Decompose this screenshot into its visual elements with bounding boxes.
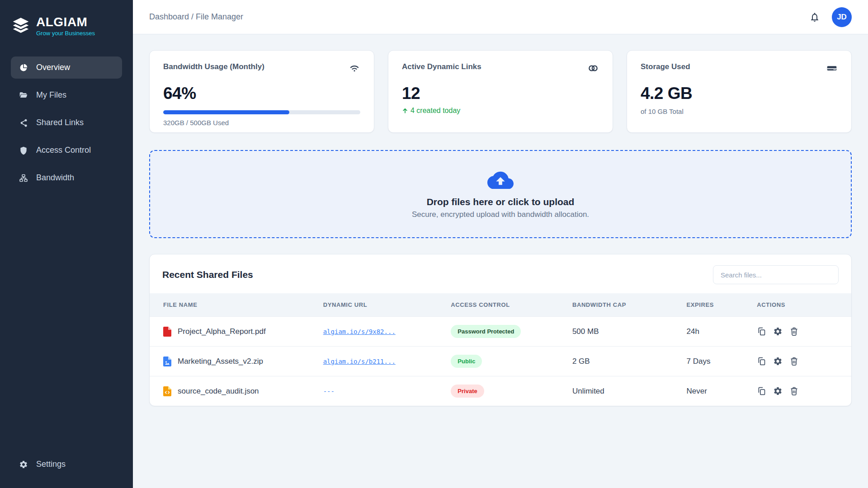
zip-file-icon	[163, 357, 171, 366]
storage-icon	[826, 62, 838, 74]
breadcrumb: Dashboard / File Manager	[149, 12, 243, 22]
stat-head: Bandwidth Usage (Monthly)	[163, 62, 360, 74]
stat-value: 4.2 GB	[641, 84, 838, 103]
column-expires: Expires	[686, 293, 757, 317]
sidebar-footer: Settings	[0, 453, 133, 475]
gear-icon	[19, 460, 28, 469]
file-cell: Marketing_Assets_v2.zip	[163, 357, 323, 366]
copy-link-button[interactable]	[757, 386, 766, 396]
folder-icon	[19, 91, 28, 100]
row-actions	[757, 386, 851, 396]
bandwidth-progress-fill	[163, 110, 289, 114]
access-badge: Private	[451, 385, 484, 398]
stat-card-links: Active Dynamic Links 12 4 created today	[388, 50, 613, 133]
access-badge: Public	[451, 355, 482, 368]
sidebar-item-my-files[interactable]: My Files	[11, 84, 122, 106]
dynamic-url-empty: ---	[323, 388, 335, 395]
sidebar-item-bandwidth[interactable]: Bandwidth	[11, 167, 122, 189]
stat-head: Storage Used	[641, 62, 838, 74]
file-name: source_code_audit.json	[178, 387, 259, 396]
file-cell: Project_Alpha_Report.pdf	[163, 327, 323, 337]
column-actions: Actions	[757, 293, 851, 317]
copy-link-button[interactable]	[757, 357, 766, 366]
json-file-icon	[163, 386, 171, 396]
sidebar-item-label: Bandwidth	[36, 173, 74, 183]
topbar: Dashboard / File Manager JD	[133, 0, 868, 34]
table-row: source_code_audit.json --- Private Unlim…	[150, 376, 851, 406]
dynamic-url-link[interactable]: algiam.io/s/9x82...	[323, 328, 396, 335]
settings-button[interactable]	[773, 386, 783, 396]
sidebar-nav: Overview My Files Shared Links Access Co…	[0, 56, 133, 189]
app-root: ALGIAM Grow your Businesses Overview My …	[0, 0, 868, 488]
sidebar-item-label: Overview	[36, 63, 70, 72]
shield-icon	[19, 146, 28, 155]
delete-button[interactable]	[789, 386, 799, 396]
main-area: Dashboard / File Manager JD Bandwidth Us…	[133, 0, 868, 488]
sitemap-icon	[19, 174, 28, 183]
column-access-control: Access Control	[451, 293, 572, 317]
sidebar-item-label: My Files	[36, 90, 66, 100]
stat-head: Active Dynamic Links	[402, 62, 599, 74]
stat-title: Storage Used	[641, 62, 690, 71]
bandwidth-cap-value: 2 GB	[572, 347, 687, 376]
sidebar-spacer	[0, 189, 133, 453]
pie-chart-icon	[19, 63, 28, 72]
avatar[interactable]: JD	[832, 7, 852, 27]
layers-logo-icon	[12, 16, 30, 34]
settings-button[interactable]	[773, 327, 783, 336]
file-name: Marketing_Assets_v2.zip	[178, 357, 263, 366]
sidebar-item-shared-links[interactable]: Shared Links	[11, 112, 122, 134]
stat-subtext: of 10 GB Total	[641, 108, 838, 115]
upload-subtitle: Secure, encrypted upload with bandwidth …	[412, 210, 589, 219]
stat-title: Bandwidth Usage (Monthly)	[163, 62, 264, 71]
column-bandwidth-cap: Bandwidth Cap	[572, 293, 687, 317]
table-title: Recent Shared Files	[162, 269, 253, 280]
stat-card-bandwidth: Bandwidth Usage (Monthly) 64% 320GB / 50…	[149, 50, 374, 133]
copy-link-button[interactable]	[757, 327, 766, 336]
upload-dropzone[interactable]: Drop files here or click to upload Secur…	[149, 150, 852, 238]
cloud-upload-icon	[487, 169, 514, 189]
table-header-row: File Name Dynamic URL Access Control Ban…	[150, 293, 851, 317]
stat-title: Active Dynamic Links	[402, 62, 481, 71]
table-head: Recent Shared Files	[150, 254, 851, 293]
column-file-name: File Name	[150, 293, 323, 317]
brand-name: ALGIAM	[36, 15, 95, 28]
brand: ALGIAM Grow your Businesses	[0, 15, 133, 37]
sidebar-item-label: Settings	[36, 460, 66, 469]
files-table: File Name Dynamic URL Access Control Ban…	[150, 293, 851, 406]
file-cell: source_code_audit.json	[163, 386, 323, 396]
topbar-right: JD	[809, 7, 852, 27]
share-nodes-icon	[19, 118, 28, 127]
search-input[interactable]	[713, 265, 839, 284]
stat-card-storage: Storage Used 4.2 GB of 10 GB Total	[627, 50, 852, 133]
upload-title: Drop files here or click to upload	[427, 197, 575, 207]
delete-button[interactable]	[789, 327, 799, 336]
column-dynamic-url: Dynamic URL	[323, 293, 451, 317]
stat-trend-text: 4 created today	[410, 107, 460, 115]
recent-shared-files-card: Recent Shared Files File Name Dynamic UR…	[149, 254, 852, 406]
sidebar-item-overview[interactable]: Overview	[11, 56, 122, 79]
link-icon	[587, 62, 599, 74]
delete-button[interactable]	[789, 357, 799, 366]
brand-tagline: Grow your Businesses	[36, 30, 95, 37]
table-row: Project_Alpha_Report.pdf algiam.io/s/9x8…	[150, 317, 851, 347]
sidebar-item-access-control[interactable]: Access Control	[11, 139, 122, 161]
dynamic-url-link[interactable]: algiam.io/s/b211...	[323, 358, 396, 365]
brand-text: ALGIAM Grow your Businesses	[36, 15, 95, 37]
sidebar-item-label: Access Control	[36, 145, 91, 155]
sidebar-item-label: Shared Links	[36, 118, 84, 127]
expires-value: 7 Days	[686, 347, 757, 376]
bandwidth-cap-value: Unlimited	[572, 376, 687, 406]
settings-button[interactable]	[773, 357, 783, 366]
access-badge: Password Protected	[451, 325, 521, 338]
sidebar: ALGIAM Grow your Businesses Overview My …	[0, 0, 133, 488]
notification-bell-icon[interactable]	[809, 12, 820, 23]
stat-value: 64%	[163, 84, 360, 103]
expires-value: Never	[686, 376, 757, 406]
bandwidth-progress-track	[163, 110, 360, 114]
expires-value: 24h	[686, 317, 757, 347]
file-name: Project_Alpha_Report.pdf	[178, 327, 266, 336]
row-actions	[757, 327, 851, 336]
sidebar-item-settings[interactable]: Settings	[11, 453, 122, 475]
stat-value: 12	[402, 84, 599, 103]
